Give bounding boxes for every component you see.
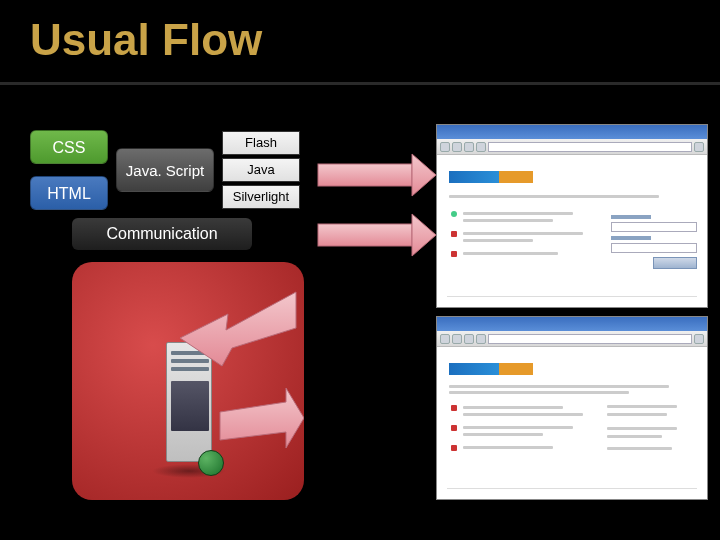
site-logo-icon (449, 363, 533, 375)
browser-titlebar (437, 125, 707, 139)
site-logo-icon (449, 171, 533, 183)
flash-box: Flash (222, 131, 300, 155)
form-button (653, 257, 697, 269)
slide-title: Usual Flow (30, 15, 262, 65)
silverlight-box: Silverlight (222, 185, 300, 209)
home-button-icon (476, 334, 486, 344)
form-input (611, 222, 697, 232)
browser-toolbar (437, 331, 707, 347)
browser-window-bottom (436, 316, 708, 500)
server-panel (72, 262, 304, 500)
browser-toolbar (437, 139, 707, 155)
forward-button-icon (452, 334, 462, 344)
html-box: HTML (30, 176, 108, 210)
svg-marker-3 (412, 154, 436, 196)
svg-rect-2 (318, 164, 412, 186)
title-underline (0, 82, 720, 85)
svg-rect-4 (318, 224, 412, 246)
css-box: CSS (30, 130, 108, 164)
home-button-icon (476, 142, 486, 152)
arrow-from-server-icon (72, 262, 304, 500)
svg-marker-1 (220, 388, 304, 448)
javascript-box: Java. Script (116, 148, 214, 192)
communication-box: Communication (72, 218, 252, 250)
forward-button-icon (452, 142, 462, 152)
address-bar (488, 142, 692, 152)
address-bar (488, 334, 692, 344)
browser-content (437, 347, 707, 499)
go-button-icon (694, 334, 704, 344)
java-box: Java (222, 158, 300, 182)
arrow-comm-to-browser-icon (318, 214, 436, 256)
back-button-icon (440, 142, 450, 152)
refresh-button-icon (464, 142, 474, 152)
browser-window-top (436, 124, 708, 308)
browser-content (437, 155, 707, 307)
go-button-icon (694, 142, 704, 152)
refresh-button-icon (464, 334, 474, 344)
arrow-client-to-browser-icon (318, 154, 436, 196)
browser-titlebar (437, 317, 707, 331)
back-button-icon (440, 334, 450, 344)
form-input (611, 243, 697, 253)
svg-marker-5 (412, 214, 436, 256)
login-form (611, 215, 697, 271)
